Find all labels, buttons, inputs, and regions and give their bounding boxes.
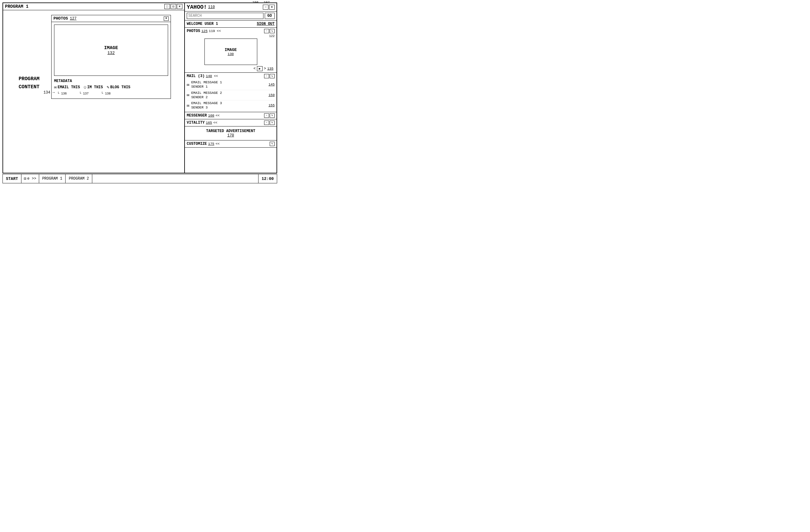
messenger-controls: − ✎ <box>264 113 275 118</box>
yahoo-controls: − × <box>263 5 275 10</box>
program1-title: PROGRAM 1 <box>5 4 29 9</box>
blog-icon: ✎ <box>107 84 109 90</box>
photos-window: PHOTOS 127 × IMAGE 132 METADATA <box>51 15 171 99</box>
email-this-action[interactable]: ✉ EMAIL THIS <box>54 84 80 90</box>
vitality-ref165: 165 <box>206 121 212 125</box>
image-130-link: 130 <box>228 52 234 56</box>
metadata-actions: ✉ EMAIL THIS ☺ IM THIS ✎ <box>54 84 168 90</box>
sign-out-link[interactable]: SIGN OUT <box>257 22 275 26</box>
email-2-icon: ✉ <box>187 92 189 98</box>
photos-widget-edit[interactable]: ✎ <box>270 29 275 33</box>
taskbar-program2-item[interactable]: PROGRAM 2 <box>66 174 92 183</box>
ref-134-arrow: 134 → <box>44 91 55 95</box>
program1-controls: □ ⊡ × <box>164 4 182 9</box>
ad-link[interactable]: 170 <box>187 133 275 138</box>
photos-title-area: PHOTOS 127 <box>53 16 77 21</box>
email-1-link[interactable]: 145 <box>269 83 275 86</box>
photos-close-btn[interactable]: × <box>164 16 169 21</box>
mail-controls: − ✎ <box>264 74 275 78</box>
nav-play[interactable]: ▶ <box>257 66 262 71</box>
program1-titlebar: PROGRAM 1 □ ⊡ × <box>3 3 184 10</box>
email-1-item: ✉ EMAIL MESSAGE 1 SENDER 1 145 <box>187 80 275 90</box>
mail-widget-header: MAIL (3) 140 << − ✎ <box>187 74 275 78</box>
messenger-ref160: 160 <box>208 114 214 117</box>
email-1-text: EMAIL MESSAGE 1 SENDER 1 <box>191 80 266 89</box>
email-2-text: EMAIL MESSAGE 2 SENDER 2 <box>191 91 266 100</box>
ref-136: └ 136 <box>57 92 67 95</box>
customize-chevron: << <box>216 142 220 146</box>
customize-title-area: CUSTOMIZE 175 << <box>187 142 220 146</box>
im-icon: ☺ <box>84 85 86 90</box>
messenger-edit[interactable]: ✎ <box>270 113 275 118</box>
image-132-label: IMAGE <box>104 45 118 51</box>
photos-ref119: 119 <box>209 29 215 33</box>
messenger-title: MESSENGER <box>187 113 207 118</box>
photos-widget-controls: − ✎ <box>264 29 275 33</box>
vitality-minimize[interactable]: − <box>264 120 269 125</box>
program1-close-btn[interactable]: × <box>177 4 182 9</box>
image-132-link: 132 <box>108 51 115 55</box>
search-input[interactable] <box>187 13 263 19</box>
program1-body: PROGRAMCONTENT 115 120 PHOTOS 127 × <box>3 10 184 173</box>
yahoo-sidebar: YAHOO! 110 − × GO WELCOME USER 1 SIGN OU… <box>185 3 277 173</box>
vitality-row: VITALITY 165 << − ✎ <box>185 119 277 127</box>
email-2-link[interactable]: 150 <box>269 93 275 97</box>
yahoo-title: YAHOO! <box>187 4 207 10</box>
email-3-item: ✉ EMAIL MESSAGE 3 SENDER 3 155 <box>187 100 275 111</box>
photos-widget-header: PHOTOS 125 119 << − ✎ <box>187 29 275 33</box>
vitality-controls: − ✎ <box>264 120 275 125</box>
vitality-title-area: VITALITY 165 << <box>187 120 217 125</box>
messenger-chevron: << <box>216 114 220 117</box>
ref-138: └ 138 <box>101 92 111 95</box>
nav-prev[interactable]: < <box>254 66 256 71</box>
program1-minimize-btn[interactable]: □ <box>164 4 170 9</box>
yahoo-close-btn[interactable]: × <box>269 5 275 10</box>
yahoo-titlebar: YAHOO! 110 − × <box>185 3 277 12</box>
go-button[interactable]: GO <box>265 13 275 19</box>
mail-edit[interactable]: ✎ <box>270 74 275 78</box>
vitality-title: VITALITY <box>187 120 205 125</box>
customize-edit[interactable]: ✎ <box>270 142 275 146</box>
yahoo-title-area: YAHOO! 110 <box>187 4 215 10</box>
start-button[interactable]: START <box>3 174 21 183</box>
photos-body: IMAGE 132 METADATA ✉ EMAIL THIS <box>52 22 171 98</box>
photos-widget-minimize[interactable]: − <box>264 29 269 33</box>
email-2-item: ✉ EMAIL MESSAGE 2 SENDER 2 150 <box>187 90 275 101</box>
blog-this-label: BLOG THIS <box>110 85 130 90</box>
metadata-label: METADATA <box>54 79 168 83</box>
ref-122: 122 <box>187 34 275 38</box>
yahoo-ref110: 110 <box>208 5 215 9</box>
action-refs: └ 136 └ 137 └ 138 <box>54 92 168 95</box>
photos-ref127: 127 <box>70 16 77 21</box>
metadata-section: METADATA ✉ EMAIL THIS ☺ IM T <box>54 78 168 96</box>
taskbar-program1-item[interactable]: PROGRAM 1 <box>39 174 66 183</box>
mail-minimize[interactable]: − <box>264 74 269 78</box>
customize-row: CUSTOMIZE 175 << ✎ <box>185 141 277 148</box>
taskbar-browser-item[interactable]: ⊡ e >> <box>21 174 39 183</box>
nav-next[interactable]: > <box>264 66 266 71</box>
im-this-action[interactable]: ☺ IM THIS <box>84 85 103 90</box>
photos-title: PHOTOS <box>53 16 68 21</box>
photos-titlebar: PHOTOS 127 × <box>52 15 171 22</box>
email-3-text: EMAIL MESSAGE 3 SENDER 3 <box>191 101 266 110</box>
search-row: GO <box>187 13 275 19</box>
messenger-minimize[interactable]: − <box>264 113 269 118</box>
photos-widget: PHOTOS 125 119 << − ✎ 122 IMAGE 130 <box>185 28 277 73</box>
messenger-row: MESSENGER 160 << − ✎ <box>185 112 277 119</box>
mail-title-area: MAIL (3) 140 << <box>187 74 218 78</box>
email-3-link[interactable]: 155 <box>269 103 275 107</box>
program1-restore-btn[interactable]: ⊡ <box>171 4 176 9</box>
vitality-chevron: << <box>213 121 217 125</box>
vitality-edit[interactable]: ✎ <box>270 120 275 125</box>
blog-this-action[interactable]: ✎ BLOG THIS <box>107 84 130 90</box>
welcome-text: WELCOME USER 1 <box>187 22 218 26</box>
email-3-icon: ✉ <box>187 103 189 108</box>
customize-ref175: 175 <box>208 142 214 146</box>
photos-widget-title-area: PHOTOS 125 119 << <box>187 29 221 33</box>
taskbar-browser-label: e >> <box>27 177 36 181</box>
yahoo-minimize-btn[interactable]: − <box>263 5 269 10</box>
taskbar: START ⊡ e >> PROGRAM 1 PROGRAM 2 12:00 <box>2 174 277 183</box>
email-1-icon: ✉ <box>187 82 189 87</box>
mail-chevron: << <box>214 74 218 78</box>
sidebar-image-130: IMAGE 130 <box>205 38 257 65</box>
